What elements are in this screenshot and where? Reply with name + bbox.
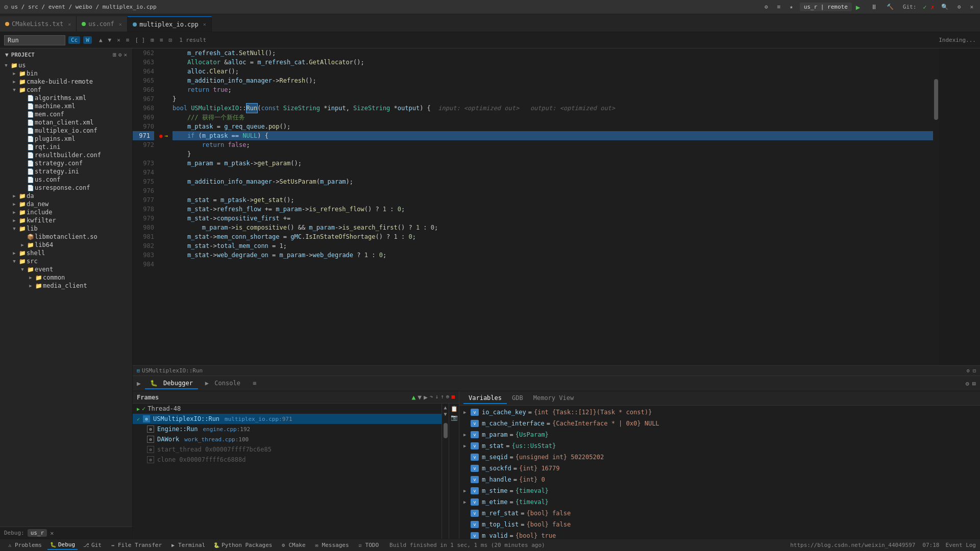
var-expand-m-cache-interface[interactable]: ▶ bbox=[463, 418, 471, 429]
var-item-m-stime[interactable]: ▶ v m_stime = {timeval} bbox=[459, 485, 980, 496]
tab-usconf[interactable]: us.conf ✕ bbox=[77, 16, 128, 32]
shell-expand-icon[interactable]: ▶ bbox=[10, 251, 18, 256]
frame-resume-btn[interactable]: ▶ bbox=[424, 393, 428, 401]
var-item-m-etime[interactable]: ▶ v m_etime = {timeval} bbox=[459, 496, 980, 508]
var-item-m-handle[interactable]: ▶ v m_handle = {int} 0 bbox=[459, 474, 980, 485]
search-opt1[interactable]: ≡ bbox=[124, 36, 132, 44]
frame-down-btn[interactable]: ▼ bbox=[418, 393, 422, 401]
settings-btn-top[interactable]: ⚙ bbox=[955, 3, 964, 11]
tree-item-media-client[interactable]: ▶ 📁 media_client bbox=[0, 282, 132, 290]
tool-messages[interactable]: ✉ Messages bbox=[311, 541, 352, 549]
search-close-btn[interactable]: ✕ bbox=[115, 36, 122, 44]
tree-item-multiplex-conf[interactable]: 📄 multiplex_io.conf bbox=[0, 127, 132, 135]
tree-item-event[interactable]: ▼ 📁 event bbox=[0, 265, 132, 273]
search-opt2[interactable]: [ ] bbox=[133, 36, 147, 44]
var-item-m-cache-interface[interactable]: ▶ v m_cache_interface = {CacheInterface … bbox=[459, 418, 980, 429]
tree-item-conf[interactable]: ▼ 📁 conf bbox=[0, 86, 132, 94]
tree-item-src[interactable]: ▼ 📁 src bbox=[0, 257, 132, 265]
tab-multiplex-close[interactable]: ✕ bbox=[203, 21, 206, 27]
tree-item-bin[interactable]: ▶ 📁 bin bbox=[0, 69, 132, 78]
debug-close-icon[interactable]: ✕ bbox=[50, 530, 54, 537]
tab-memory-view[interactable]: Memory View bbox=[528, 393, 579, 404]
var-item-io-cache-key[interactable]: ▶ v io_cache_key = {int {Task::[12]}(Tas… bbox=[459, 407, 980, 418]
var-expand-m-sockfd[interactable]: ▶ bbox=[463, 463, 471, 473]
tool-git[interactable]: ⎇ Git bbox=[81, 541, 104, 549]
var-expand-m-handle[interactable]: ▶ bbox=[463, 474, 471, 485]
frame-up-btn[interactable]: ▲ bbox=[411, 393, 415, 401]
event-log-btn[interactable]: Event Log bbox=[945, 542, 976, 548]
frame-item-1[interactable]: ⚙ Engine::Run engine.cpp:192 bbox=[133, 424, 442, 434]
editor-scrollbar[interactable] bbox=[933, 48, 939, 365]
var-expand-io-cache-key[interactable]: ▶ bbox=[463, 407, 471, 417]
project-expand-icon[interactable]: ▼ bbox=[5, 52, 9, 58]
var-expand-m-stat[interactable]: ▶ bbox=[463, 441, 471, 451]
var-expand-m-seqid[interactable]: ▶ bbox=[463, 452, 471, 462]
search-up-btn[interactable]: ▲ bbox=[97, 36, 105, 44]
tree-item-usresponse-conf[interactable]: 📄 usresponse.conf bbox=[0, 184, 132, 192]
var-item-m-valid[interactable]: ▶ v m_valid = {bool} true bbox=[459, 530, 980, 539]
kwfilter-expand-icon[interactable]: ▶ bbox=[10, 218, 18, 223]
run-extra-btn[interactable]: ⏸ bbox=[868, 2, 880, 12]
conf-expand-icon[interactable]: ▼ bbox=[10, 87, 18, 92]
debug-session-badge[interactable]: us_r bbox=[28, 529, 47, 537]
tree-item-da-new[interactable]: ▶ 📁 da_new bbox=[0, 200, 132, 208]
tree-item-rqt-ini[interactable]: 📄 rqt.ini bbox=[0, 143, 132, 151]
search-tag-cc[interactable]: Cc bbox=[68, 36, 80, 44]
panel-expand-icon[interactable]: ⊡ bbox=[973, 368, 976, 373]
frame-step-in-btn[interactable]: ↓ bbox=[435, 393, 439, 401]
var-item-m-ref-stat[interactable]: ▶ v m_ref_stat = {bool} false bbox=[459, 508, 980, 519]
tab-cmake[interactable]: CMakeLists.txt ✕ bbox=[0, 16, 77, 32]
us-expand-icon[interactable]: ▼ bbox=[2, 63, 10, 68]
debug-sidebar-btn[interactable]: ▶ bbox=[137, 380, 141, 387]
search-down-btn[interactable]: ▼ bbox=[106, 36, 114, 44]
lib-expand-icon[interactable]: ▼ bbox=[10, 226, 18, 231]
var-expand-m-stime[interactable]: ▶ bbox=[463, 486, 471, 496]
bin-expand-icon[interactable]: ▶ bbox=[10, 71, 18, 76]
tree-item-us-conf[interactable]: 📄 us.conf bbox=[0, 176, 132, 184]
tree-item-shell[interactable]: ▶ 📁 shell bbox=[0, 249, 132, 257]
panel-settings-icon[interactable]: ⚙ bbox=[967, 368, 970, 373]
var-expand-m-etime[interactable]: ▶ bbox=[463, 497, 471, 507]
search-opt3[interactable]: ⊞ bbox=[149, 36, 156, 44]
tree-item-strategy-ini[interactable]: 📄 strategy.ini bbox=[0, 167, 132, 176]
tree-item-machine-xml[interactable]: 📄 machine.xml bbox=[0, 102, 132, 110]
frame-scroll-up-btn[interactable]: ▲ bbox=[444, 405, 447, 410]
frame-item-2[interactable]: ⚙ DAWork work_thread.cpp:100 bbox=[133, 434, 442, 444]
tree-item-kwfilter[interactable]: ▶ 📁 kwfilter bbox=[0, 216, 132, 224]
frame-item-0[interactable]: ✓ ⚙ USMultiplexIO::Run multiplex_io.cpp:… bbox=[133, 414, 442, 424]
var-item-m-seqid[interactable]: ▶ v m_seqid = {unsigned int} 502205202 bbox=[459, 452, 980, 463]
tree-item-resultbuilder-conf[interactable]: 📄 resultbuilder.conf bbox=[0, 151, 132, 159]
search-tag-w[interactable]: W bbox=[83, 36, 92, 44]
tool-todo[interactable]: ☑ TODO bbox=[355, 541, 382, 549]
breakpoint-icon[interactable]: ● bbox=[159, 133, 163, 139]
tool-debug[interactable]: 🐛 Debug bbox=[47, 540, 78, 550]
tab-variables[interactable]: Variables bbox=[463, 393, 507, 404]
sidebar-gear-icon[interactable]: ⚙ bbox=[118, 52, 122, 58]
tree-item-common[interactable]: ▶ 📁 common bbox=[0, 273, 132, 282]
tree-item-lib64[interactable]: ▶ 📁 lib64 bbox=[0, 241, 132, 249]
include-expand-icon[interactable]: ▶ bbox=[10, 210, 18, 215]
sidebar-normalize-icon[interactable]: ⊞ bbox=[113, 52, 116, 58]
tree-item-include[interactable]: ▶ 📁 include bbox=[0, 208, 132, 216]
event-expand-icon[interactable]: ▼ bbox=[18, 267, 27, 272]
var-item-m-stat[interactable]: ▶ v m_stat = {us::UsStat} bbox=[459, 440, 980, 452]
search-input[interactable] bbox=[4, 35, 65, 45]
frame-item-3[interactable]: ⚙ start_thread 0x00007ffff7bc6e85 bbox=[133, 444, 442, 455]
tool-problems[interactable]: ⚠ Problems bbox=[4, 541, 44, 549]
frame-scroll-down-btn[interactable]: ▼ bbox=[444, 411, 447, 417]
panel-maximize-btn[interactable]: ⊞ bbox=[972, 380, 976, 387]
cmake-build-expand-icon[interactable]: ▶ bbox=[10, 79, 18, 84]
remote-badge[interactable]: us_r | remote bbox=[800, 3, 852, 11]
tree-item-da[interactable]: ▶ 📁 da bbox=[0, 192, 132, 200]
var-item-m-param[interactable]: ▶ v m_param = {UsParam} bbox=[459, 429, 980, 440]
top-bar-btn2[interactable]: ★ bbox=[787, 3, 796, 11]
frame-run-cursor-btn[interactable]: ⊕ bbox=[446, 393, 450, 401]
tree-item-us[interactable]: ▼ 📁 us bbox=[0, 61, 132, 69]
var-expand-m-param[interactable]: ▶ bbox=[463, 430, 471, 440]
tab-usconf-close[interactable]: ✕ bbox=[119, 21, 122, 27]
tree-item-libmotan[interactable]: 📦 libmotanclient.so bbox=[0, 233, 132, 241]
tool-terminal[interactable]: ▶ Terminal bbox=[167, 541, 208, 549]
tree-item-mem-conf[interactable]: 📄 mem.conf bbox=[0, 110, 132, 118]
search-btn-top[interactable]: 🔍 bbox=[939, 3, 951, 11]
tree-item-cmake-build[interactable]: ▶ 📁 cmake-build-remote bbox=[0, 78, 132, 86]
